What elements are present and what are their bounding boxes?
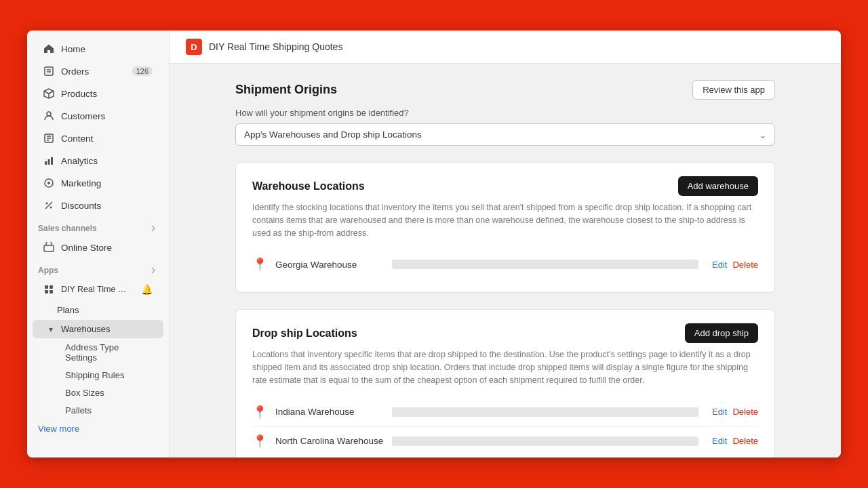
sidebar-item-label: Online Store bbox=[61, 243, 112, 253]
location-actions: Edit Delete bbox=[712, 407, 758, 417]
sidebar-item-discounts[interactable]: Discounts bbox=[33, 195, 163, 216]
sidebar-item-orders[interactable]: Orders 126 bbox=[33, 60, 163, 82]
sidebar-subitem-pallets[interactable]: Pallets bbox=[33, 402, 163, 419]
sidebar-item-marketing[interactable]: Marketing bbox=[33, 172, 163, 194]
store-icon bbox=[43, 242, 54, 253]
svg-rect-21 bbox=[50, 285, 53, 289]
delete-drop-ship-link-0[interactable]: Delete bbox=[732, 407, 758, 417]
svg-rect-12 bbox=[48, 159, 50, 165]
sidebar: Home Orders 126 Products Customers bbox=[27, 30, 170, 458]
location-icon: 📍 bbox=[252, 257, 267, 272]
sidebar-item-products[interactable]: Products bbox=[33, 83, 163, 104]
svg-rect-13 bbox=[51, 157, 53, 165]
location-bar bbox=[392, 436, 698, 446]
plans-label: Plans bbox=[57, 305, 79, 315]
drop-ship-header: Drop ship Locations Add drop ship bbox=[252, 323, 758, 343]
drop-ship-name-0: Indiana Warehouse bbox=[275, 407, 384, 417]
edit-drop-ship-link-1[interactable]: Edit bbox=[712, 436, 727, 446]
customers-icon bbox=[43, 110, 54, 121]
pallets-label: Pallets bbox=[65, 405, 92, 415]
apps-header: Apps bbox=[27, 259, 169, 278]
review-app-button[interactable]: Review this app bbox=[692, 80, 775, 100]
svg-point-15 bbox=[47, 182, 50, 184]
sidebar-subitem-shipping-rules[interactable]: Shipping Rules bbox=[33, 367, 163, 384]
bell-icon: 🔔 bbox=[141, 284, 153, 295]
sidebar-item-label: Analytics bbox=[61, 156, 98, 166]
delete-warehouse-link[interactable]: Delete bbox=[732, 260, 758, 270]
sidebar-item-app[interactable]: DIY Real Time Shippin... 🔔 bbox=[33, 279, 163, 300]
warehouse-locations-header: Warehouse Locations Add warehouse bbox=[252, 176, 758, 196]
svg-line-5 bbox=[49, 92, 54, 94]
orders-icon bbox=[43, 66, 54, 77]
table-row: 📍 North Carolina Warehouse Edit Delete bbox=[252, 427, 758, 455]
sidebar-item-label: DIY Real Time Shippin... bbox=[61, 285, 129, 294]
sidebar-subitem-address-type[interactable]: Address Type Settings bbox=[33, 339, 163, 366]
sidebar-item-customers[interactable]: Customers bbox=[33, 105, 163, 127]
sidebar-item-label: Discounts bbox=[61, 201, 101, 211]
svg-rect-20 bbox=[45, 285, 48, 289]
box-sizes-label: Box Sizes bbox=[65, 388, 104, 398]
svg-rect-19 bbox=[44, 245, 54, 251]
drop-ship-desc: Locations that inventory specific items … bbox=[252, 348, 758, 386]
location-bar bbox=[392, 407, 698, 417]
orders-badge: 126 bbox=[132, 66, 153, 76]
sidebar-item-label: Marketing bbox=[61, 178, 101, 188]
sidebar-item-label: Products bbox=[61, 89, 97, 99]
app-logo: D bbox=[186, 39, 202, 55]
svg-point-16 bbox=[46, 203, 48, 205]
app-icon bbox=[43, 284, 54, 295]
table-row: 📍 Indiana Warehouse Edit Delete bbox=[252, 398, 758, 427]
sidebar-subitem-box-sizes[interactable]: Box Sizes bbox=[33, 384, 163, 401]
shipment-origins-select[interactable]: App's Warehouses and Drop ship Locations… bbox=[235, 123, 775, 146]
sidebar-subitem-plans[interactable]: Plans bbox=[33, 301, 163, 319]
sidebar-item-label: Home bbox=[61, 44, 85, 54]
shipment-origins-select-wrapper: App's Warehouses and Drop ship Locations… bbox=[235, 123, 775, 146]
drop-ship-title: Drop ship Locations bbox=[252, 327, 357, 340]
table-row: 📍 Georgia Warehouse Edit Delete bbox=[252, 250, 758, 279]
svg-line-4 bbox=[44, 92, 49, 94]
svg-rect-23 bbox=[50, 290, 53, 293]
sidebar-item-label: Content bbox=[61, 134, 93, 144]
sidebar-item-home[interactable]: Home bbox=[33, 38, 163, 60]
sidebar-item-online-store[interactable]: Online Store bbox=[33, 237, 163, 258]
view-more-link[interactable]: View more bbox=[27, 420, 169, 438]
sales-channels-header: Sales channels bbox=[27, 217, 169, 236]
delete-drop-ship-link-1[interactable]: Delete bbox=[732, 436, 758, 446]
warehouse-locations-card: Warehouse Locations Add warehouse Identi… bbox=[235, 162, 775, 293]
shipment-origins-title: Shipment Origins bbox=[235, 83, 337, 97]
add-drop-ship-button[interactable]: Add drop ship bbox=[685, 323, 758, 343]
dropdown-label: How will your shipment origins be identi… bbox=[235, 108, 775, 118]
sidebar-item-content[interactable]: Content bbox=[33, 127, 163, 149]
location-icon: 📍 bbox=[252, 434, 267, 449]
chevron-icon: ▾ bbox=[49, 325, 53, 334]
location-icon: 📍 bbox=[252, 405, 267, 420]
location-bar bbox=[392, 260, 698, 269]
warehouse-locations-title: Warehouse Locations bbox=[252, 180, 365, 192]
shipment-origins-header: Shipment Origins Review this app bbox=[235, 80, 775, 100]
svg-rect-22 bbox=[45, 290, 48, 293]
svg-point-17 bbox=[50, 207, 52, 209]
warehouse-name: Georgia Warehouse bbox=[275, 260, 384, 270]
warehouses-label: Warehouses bbox=[61, 324, 111, 334]
add-warehouse-button[interactable]: Add warehouse bbox=[678, 176, 758, 196]
svg-point-6 bbox=[47, 112, 51, 116]
sidebar-item-label: Orders bbox=[61, 66, 89, 77]
app-title: DIY Real Time Shipping Quotes bbox=[209, 41, 342, 52]
sidebar-subitem-warehouses[interactable]: ▾ Warehouses bbox=[33, 320, 163, 338]
sidebar-item-label: Customers bbox=[61, 111, 105, 121]
app-header: D DIY Real Time Shipping Quotes bbox=[170, 30, 841, 64]
location-actions: Edit Delete bbox=[712, 260, 758, 270]
location-actions: Edit Delete bbox=[712, 436, 758, 446]
products-icon bbox=[43, 88, 54, 99]
sidebar-item-analytics[interactable]: Analytics bbox=[33, 150, 163, 171]
home-icon bbox=[43, 43, 54, 54]
drop-ship-name-1: North Carolina Warehouse bbox=[275, 436, 384, 446]
marketing-icon bbox=[43, 178, 54, 188]
edit-drop-ship-link-0[interactable]: Edit bbox=[712, 407, 727, 417]
content-icon bbox=[43, 133, 54, 144]
edit-warehouse-link[interactable]: Edit bbox=[712, 260, 727, 270]
drop-ship-locations-card: Drop ship Locations Add drop ship Locati… bbox=[235, 309, 775, 458]
shipping-rules-label: Shipping Rules bbox=[65, 370, 124, 380]
warehouse-locations-desc: Identify the stocking locations that inv… bbox=[252, 201, 758, 239]
svg-rect-11 bbox=[45, 161, 47, 165]
